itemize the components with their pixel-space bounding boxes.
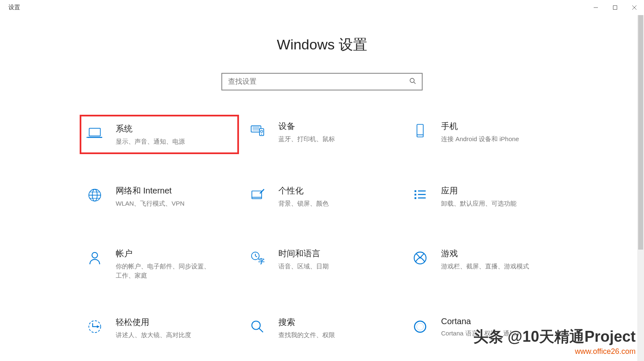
tile-title: 帐户 (116, 248, 233, 259)
svg-point-40 (415, 321, 426, 332)
tile-apps[interactable]: 应用 卸载、默认应用、可选功能 (405, 179, 564, 217)
tile-title: 应用 (441, 185, 558, 196)
window-title: 设置 (8, 4, 20, 11)
maximize-button[interactable] (605, 1, 625, 14)
tile-time-language[interactable]: 字 时间和语言 语音、区域、日期 (242, 242, 402, 286)
personalize-icon (248, 186, 267, 204)
close-button[interactable] (625, 1, 644, 14)
watermark: 头条 @10天精通Project www.office26.com (473, 327, 636, 356)
scrollbar[interactable] (637, 15, 644, 361)
tile-search[interactable]: 搜索 查找我的文件、权限 (242, 311, 402, 348)
tile-desc: 你的帐户、电子邮件、同步设置、工作、家庭 (116, 262, 212, 281)
scrollbar-thumb[interactable] (638, 15, 643, 250)
svg-line-39 (259, 328, 263, 332)
tile-desc: 语音、区域、日期 (278, 262, 375, 271)
watermark-main: 头条 @10天精通Project (473, 327, 636, 347)
tile-devices[interactable]: 设备 蓝牙、打印机、鼠标 (242, 115, 402, 154)
cortana-icon (411, 317, 429, 336)
tile-ease-of-access[interactable]: 轻松使用 讲述人、放大镜、高对比度 (80, 311, 239, 348)
tile-phone[interactable]: 手机 连接 Android 设备和 iPhone (405, 115, 564, 154)
svg-point-38 (252, 321, 260, 329)
svg-rect-6 (89, 128, 101, 136)
search-wrap (0, 73, 644, 90)
tile-accounts[interactable]: 帐户 你的帐户、电子邮件、同步设置、工作、家庭 (80, 242, 239, 286)
svg-point-4 (410, 78, 414, 83)
tile-title: 手机 (441, 121, 558, 132)
tile-desc: 卸载、默认应用、可选功能 (441, 199, 538, 209)
magnifier-icon (248, 317, 267, 336)
tile-title: 个性化 (278, 185, 396, 196)
tile-desc: 显示、声音、通知、电源 (116, 137, 212, 147)
tile-desc: 讲述人、放大镜、高对比度 (116, 330, 212, 340)
window-controls (586, 1, 644, 14)
svg-text:字: 字 (258, 258, 265, 265)
tile-title: 游戏 (441, 248, 558, 259)
tile-title: Cortana (441, 317, 558, 326)
tile-gaming[interactable]: 游戏 游戏栏、截屏、直播、游戏模式 (405, 242, 564, 286)
tile-desc: 游戏栏、截屏、直播、游戏模式 (441, 262, 538, 271)
tile-personalization[interactable]: 个性化 背景、锁屏、颜色 (242, 179, 402, 217)
tile-title: 搜索 (278, 317, 396, 328)
tile-title: 时间和语言 (278, 248, 396, 259)
time-language-icon: 字 (248, 249, 267, 267)
svg-rect-26 (415, 197, 416, 199)
search-icon (409, 77, 416, 86)
minimize-button[interactable] (586, 1, 605, 14)
titlebar: 设置 (0, 0, 644, 15)
tile-desc: 背景、锁屏、颜色 (278, 199, 375, 209)
globe-icon (86, 186, 104, 204)
xbox-icon (411, 249, 429, 267)
ease-of-access-icon (86, 317, 104, 336)
laptop-icon (86, 124, 104, 142)
tile-network[interactable]: 网络和 Internet WLAN、飞行模式、VPN (80, 179, 239, 217)
tile-title: 设备 (278, 121, 396, 132)
phone-icon (411, 121, 429, 140)
tile-title: 系统 (116, 123, 233, 134)
svg-point-30 (92, 252, 97, 258)
svg-point-41 (417, 323, 424, 330)
settings-grid: 系统 显示、声音、通知、电源 设备 蓝牙、打印机、鼠标 手机 连接 Androi… (0, 115, 644, 348)
svg-rect-1 (613, 6, 617, 10)
svg-line-5 (414, 82, 415, 84)
tile-desc: 连接 Android 设备和 iPhone (441, 134, 538, 144)
tile-title: 轻松使用 (116, 317, 233, 328)
svg-line-33 (255, 256, 257, 257)
tile-desc: WLAN、飞行模式、VPN (116, 199, 212, 209)
tile-desc: 蓝牙、打印机、鼠标 (278, 134, 375, 144)
watermark-sub: www.office26.com (473, 347, 636, 356)
person-icon (86, 249, 104, 267)
apps-icon (411, 186, 429, 204)
tile-desc: 查找我的文件、权限 (278, 330, 375, 340)
svg-rect-25 (415, 193, 416, 195)
svg-marker-37 (97, 325, 100, 328)
devices-icon (248, 121, 267, 140)
tile-title: 网络和 Internet (116, 185, 233, 196)
page-title: Windows 设置 (0, 35, 644, 54)
svg-rect-24 (415, 190, 416, 192)
svg-point-14 (261, 134, 262, 134)
search-input[interactable] (228, 77, 409, 86)
search-box[interactable] (221, 73, 423, 90)
tile-system[interactable]: 系统 显示、声音、通知、电源 (80, 115, 239, 154)
